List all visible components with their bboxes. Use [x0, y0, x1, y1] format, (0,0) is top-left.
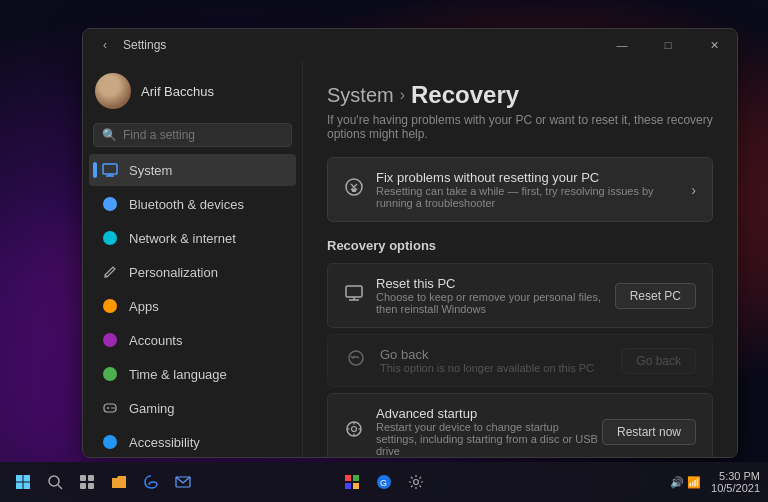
taskbar-left — [0, 467, 198, 497]
advanced-startup-icon — [344, 419, 364, 444]
troubleshoot-card[interactable]: Fix problems without resetting your PC R… — [327, 157, 713, 222]
sidebar-item-accounts-label: Accounts — [129, 333, 182, 348]
troubleshoot-subtitle: Resetting can take a while — first, try … — [376, 185, 691, 209]
taskbar-clock[interactable]: 5:30 PM 10/5/2021 — [711, 470, 760, 494]
sidebar-item-apps[interactable]: Apps — [89, 290, 296, 322]
sidebar-item-network[interactable]: Network & internet — [89, 222, 296, 254]
network-icon — [101, 229, 119, 247]
avatar — [95, 73, 131, 109]
svg-point-26 — [49, 476, 59, 486]
svg-point-15 — [352, 427, 357, 432]
page-subtitle: If you're having problems with your PC o… — [327, 113, 713, 141]
svg-text:G: G — [380, 478, 387, 488]
reset-pc-row: Reset this PC Choose to keep or remove y… — [327, 263, 713, 328]
mail-button[interactable] — [168, 467, 198, 497]
pinned-app-1[interactable] — [337, 467, 367, 497]
troubleshoot-left: Fix problems without resetting your PC R… — [344, 170, 691, 209]
go-back-button[interactable]: Go back — [621, 348, 696, 374]
advanced-startup-subtitle: Restart your device to change startup se… — [376, 421, 602, 457]
sidebar-item-bluetooth[interactable]: Bluetooth & devices — [89, 188, 296, 220]
user-profile[interactable]: Arif Bacchus — [83, 65, 302, 117]
advanced-startup-row: Advanced startup Restart your device to … — [327, 393, 713, 457]
svg-rect-9 — [352, 189, 356, 192]
window-title: Settings — [123, 38, 166, 52]
sidebar-item-system-label: System — [129, 163, 172, 178]
svg-rect-25 — [24, 483, 31, 490]
breadcrumb-current: Recovery — [411, 81, 519, 109]
edge-button[interactable] — [136, 467, 166, 497]
svg-rect-34 — [353, 475, 359, 481]
avatar-image — [95, 73, 131, 109]
sidebar-item-system[interactable]: System — [89, 154, 296, 186]
sidebar-item-accessibility[interactable]: Accessibility — [89, 426, 296, 458]
sidebar-item-bluetooth-label: Bluetooth & devices — [129, 197, 244, 212]
sidebar-item-gaming[interactable]: Gaming — [89, 392, 296, 424]
maximize-button[interactable]: □ — [645, 29, 691, 61]
advanced-startup-title: Advanced startup — [376, 406, 602, 421]
task-view-button[interactable] — [72, 467, 102, 497]
search-box[interactable]: 🔍 — [93, 123, 292, 147]
window-controls: — □ ✕ — [599, 29, 737, 61]
settings-button[interactable] — [401, 467, 431, 497]
user-name: Arif Bacchus — [141, 84, 214, 99]
svg-point-13 — [349, 351, 363, 365]
close-button[interactable]: ✕ — [691, 29, 737, 61]
taskbar-date: 10/5/2021 — [711, 482, 760, 494]
svg-rect-31 — [88, 483, 94, 489]
svg-rect-29 — [88, 475, 94, 481]
reset-pc-button[interactable]: Reset PC — [615, 283, 696, 309]
apps-icon — [101, 297, 119, 315]
taskbar-icons-tray: 🔊 📶 — [670, 476, 701, 489]
gaming-icon — [101, 399, 119, 417]
breadcrumb: System › Recovery — [327, 81, 713, 109]
go-back-icon — [344, 348, 368, 373]
advanced-startup-left: Advanced startup Restart your device to … — [344, 406, 602, 457]
back-button[interactable]: ‹ — [95, 35, 115, 55]
content-area: Arif Bacchus 🔍 System — [83, 61, 737, 457]
svg-point-6 — [111, 407, 113, 409]
svg-rect-30 — [80, 483, 86, 489]
sidebar-item-time-label: Time & language — [129, 367, 227, 382]
taskbar-time: 5:30 PM — [711, 470, 760, 482]
pinned-app-2[interactable]: G — [369, 467, 399, 497]
troubleshoot-text: Fix problems without resetting your PC R… — [376, 170, 691, 209]
sidebar-item-network-label: Network & internet — [129, 231, 236, 246]
chevron-right-icon: › — [691, 182, 696, 198]
svg-rect-28 — [80, 475, 86, 481]
search-taskbar-button[interactable] — [40, 467, 70, 497]
go-back-text: Go back This option is no longer availab… — [380, 347, 594, 374]
taskbar: G 🔊 📶 5:30 PM 10/5/2021 — [0, 462, 768, 502]
search-input[interactable] — [123, 128, 283, 142]
active-indicator — [93, 162, 97, 178]
sidebar-item-gaming-label: Gaming — [129, 401, 175, 416]
svg-rect-35 — [345, 483, 351, 489]
svg-rect-24 — [16, 483, 23, 490]
right-panel: System › Recovery If you're having probl… — [303, 61, 737, 457]
accounts-icon — [101, 331, 119, 349]
start-button[interactable] — [8, 467, 38, 497]
time-icon — [101, 365, 119, 383]
recovery-section-title: Recovery options — [327, 238, 713, 253]
reset-pc-text: Reset this PC Choose to keep or remove y… — [376, 276, 615, 315]
advanced-startup-text: Advanced startup Restart your device to … — [376, 406, 602, 457]
minimize-button[interactable]: — — [599, 29, 645, 61]
svg-point-7 — [113, 407, 115, 409]
troubleshoot-icon — [344, 177, 364, 202]
go-back-title: Go back — [380, 347, 594, 362]
settings-window: ‹ Settings — □ ✕ Arif Bacchus 🔍 — [82, 28, 738, 458]
svg-rect-22 — [16, 475, 23, 482]
title-bar: ‹ Settings — □ ✕ — [83, 29, 737, 61]
search-icon: 🔍 — [102, 128, 117, 142]
sidebar-item-accounts[interactable]: Accounts — [89, 324, 296, 356]
troubleshoot-title: Fix problems without resetting your PC — [376, 170, 691, 185]
go-back-row: Go back This option is no longer availab… — [327, 334, 713, 387]
sidebar-item-time[interactable]: Time & language — [89, 358, 296, 390]
sidebar-item-apps-label: Apps — [129, 299, 159, 314]
restart-now-button[interactable]: Restart now — [602, 419, 696, 445]
svg-rect-23 — [24, 475, 31, 482]
explorer-button[interactable] — [104, 467, 134, 497]
sidebar-item-personalization[interactable]: Personalization — [89, 256, 296, 288]
personalization-icon — [101, 263, 119, 281]
svg-point-39 — [414, 480, 419, 485]
system-icon — [101, 161, 119, 179]
